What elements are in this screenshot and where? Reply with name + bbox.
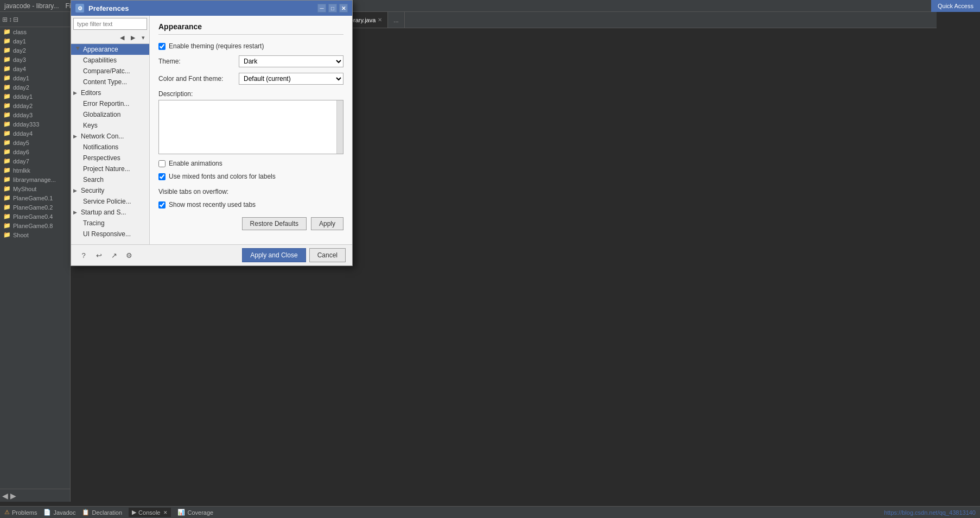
status-tab-coverage[interactable]: 📊 Coverage: [177, 509, 213, 516]
nav-item-search[interactable]: Search: [71, 174, 149, 185]
export-icon[interactable]: ↗: [108, 249, 120, 261]
color-font-row: Color and Font theme: Default (current): [158, 73, 343, 85]
sidebar-item-day3[interactable]: 📁 day3: [0, 55, 70, 64]
restore-workspace-icon[interactable]: ↩: [93, 249, 105, 261]
sidebar-item-planegame04[interactable]: 📁 PlaneGame0.4: [0, 212, 70, 221]
sidebar-item-librarymanage[interactable]: 📁 librarymanage...: [0, 175, 70, 184]
description-scrollbar[interactable]: [336, 100, 343, 154]
sidebar-item-class[interactable]: 📁 class: [0, 27, 70, 36]
sidebar-item-ddday3[interactable]: 📁 ddday3: [0, 110, 70, 119]
nav-item-globalization[interactable]: Globalization: [71, 109, 149, 120]
dialog-search-input[interactable]: [73, 18, 147, 30]
sidebar-icon2[interactable]: ↕: [9, 16, 12, 23]
sidebar-item-planegame01[interactable]: 📁 PlaneGame0.1: [0, 193, 70, 203]
help-icon[interactable]: ?: [78, 249, 90, 261]
sidebar-nav-right[interactable]: ▶: [10, 491, 16, 500]
sidebar-item-myshout[interactable]: 📁 MyShout: [0, 184, 70, 193]
dialog-footer: ? ↩ ↗ ⚙ Apply and Close Cancel: [71, 244, 352, 266]
dialog-nav: ◀ ▶ ▾ ▶ Appearance Capabilities Compare/…: [71, 16, 150, 244]
sidebar-item-ddday2[interactable]: 📁 ddday2: [0, 101, 70, 110]
color-font-label: Color and Font theme:: [158, 75, 234, 83]
sidebar-item-htmlkk[interactable]: 📁 htmlkk: [0, 166, 70, 175]
nav-item-compare[interactable]: Compare/Patc...: [71, 66, 149, 77]
nav-arrow-icon: ▶: [75, 47, 81, 52]
sidebar-item-dday7[interactable]: 📁 dday7: [0, 156, 70, 166]
folder-icon: 📁: [3, 213, 11, 220]
sidebar-item-day2[interactable]: 📁 day2: [0, 46, 70, 55]
enable-animations-row: Enable animations: [158, 160, 343, 167]
settings-icon[interactable]: ⚙: [123, 249, 135, 261]
cancel-button[interactable]: Cancel: [309, 248, 346, 262]
footer-icons: ? ↩ ↗ ⚙: [78, 249, 135, 261]
sidebar-item-day1[interactable]: 📁 day1: [0, 36, 70, 46]
nav-item-security[interactable]: ▶ Security: [71, 185, 149, 196]
nav-item-capabilities[interactable]: Capabilities: [71, 55, 149, 66]
description-section: Description:: [158, 90, 343, 154]
nav-item-error[interactable]: Error Reportin...: [71, 98, 149, 109]
preferences-dialog: ⚙ Preferences ─ □ ✕ ◀ ▶ ▾: [71, 0, 353, 266]
maximize-button[interactable]: □: [328, 4, 337, 12]
console-close-icon[interactable]: ✕: [163, 510, 168, 515]
folder-icon: 📁: [3, 130, 11, 137]
color-font-select[interactable]: Default (current): [239, 73, 343, 85]
nav-scroll-area: ▶ Appearance Capabilities Compare/Patc..…: [71, 44, 149, 244]
nav-item-editors[interactable]: ▶ Editors: [71, 87, 149, 98]
status-bar: ⚠ Problems 📄 Javadoc 📋 Declaration ▶ Con…: [0, 506, 980, 518]
status-tab-problems[interactable]: ⚠ Problems: [4, 509, 37, 516]
nav-item-notifications[interactable]: Notifications: [71, 142, 149, 153]
sidebar-item-shoot[interactable]: 📁 Shoot: [0, 230, 70, 239]
apply-and-close-button[interactable]: Apply and Close: [242, 248, 306, 262]
folder-icon: 📁: [3, 139, 11, 146]
minimize-button[interactable]: ─: [317, 4, 326, 12]
show-recent-tabs-label: Show most recently used tabs: [169, 201, 256, 209]
nav-item-content-types[interactable]: Content Type...: [71, 77, 149, 87]
status-tab-console[interactable]: ▶ Console ✕: [129, 508, 171, 517]
quick-access-button[interactable]: Quick Access: [931, 0, 980, 12]
sidebar-item-dday1[interactable]: 📁 dday1: [0, 73, 70, 83]
nav-item-network[interactable]: ▶ Network Con...: [71, 131, 149, 142]
sidebar-nav-left[interactable]: ◀: [2, 491, 8, 500]
nav-back-arrow[interactable]: ◀: [118, 33, 126, 42]
nav-item-startup[interactable]: ▶ Startup and S...: [71, 207, 149, 218]
mixed-fonts-row: Use mixed fonts and colors for labels: [158, 173, 343, 180]
nav-arrow-icon: ▶: [73, 188, 79, 193]
tab-overflow[interactable]: ...: [388, 12, 404, 28]
sidebar-item-day4[interactable]: 📁 day4: [0, 64, 70, 73]
dialog-content-area: Appearance Enable theming (requires rest…: [150, 16, 352, 244]
status-tab-javadoc[interactable]: 📄 Javadoc: [43, 509, 75, 516]
nav-forward-arrow[interactable]: ▶: [129, 33, 137, 42]
status-tab-declaration[interactable]: 📋 Declaration: [82, 509, 122, 516]
status-url: https://blog.csdn.net/qq_43813140: [884, 509, 976, 516]
sidebar-icon3[interactable]: ⊟: [13, 16, 18, 23]
mixed-fonts-checkbox[interactable]: [158, 173, 166, 180]
show-recent-tabs-checkbox[interactable]: [158, 201, 166, 209]
folder-icon: 📁: [3, 65, 11, 72]
nav-item-project-nature[interactable]: Project Nature...: [71, 163, 149, 174]
nav-menu-arrow[interactable]: ▾: [139, 33, 147, 42]
sidebar-item-planegame08[interactable]: 📁 PlaneGame0.8: [0, 221, 70, 230]
nav-item-appearance[interactable]: ▶ Appearance: [71, 44, 149, 55]
tab-close-icon[interactable]: ✕: [378, 17, 382, 23]
visible-tabs-label: Visible tabs on overflow:: [158, 188, 343, 195]
close-button[interactable]: ✕: [339, 4, 348, 12]
nav-item-keys[interactable]: Keys: [71, 120, 149, 131]
nav-item-perspectives[interactable]: Perspectives: [71, 153, 149, 163]
sidebar-item-dday5[interactable]: 📁 dday5: [0, 138, 70, 147]
sidebar-item-dday2[interactable]: 📁 dday2: [0, 83, 70, 92]
folder-icon: 📁: [3, 74, 11, 81]
sidebar-item-ddday1[interactable]: 📁 ddday1: [0, 92, 70, 101]
apply-button[interactable]: Apply: [311, 217, 343, 230]
enable-animations-checkbox[interactable]: [158, 160, 166, 167]
nav-item-service-policies[interactable]: Service Policie...: [71, 196, 149, 207]
nav-item-ui-responsive[interactable]: UI Responsive...: [71, 229, 149, 239]
sidebar-item-ddday333[interactable]: 📁 ddday333: [0, 119, 70, 129]
folder-icon: 📁: [3, 37, 11, 45]
sidebar-icon1[interactable]: ⊞: [2, 16, 8, 23]
enable-theming-checkbox[interactable]: [158, 43, 166, 50]
sidebar-item-ddday4[interactable]: 📁 ddday4: [0, 129, 70, 138]
sidebar-item-dday6[interactable]: 📁 dday6: [0, 147, 70, 156]
nav-item-tracing[interactable]: Tracing: [71, 218, 149, 229]
sidebar-item-planegame02[interactable]: 📁 PlaneGame0.2: [0, 203, 70, 212]
restore-defaults-button[interactable]: Restore Defaults: [242, 217, 307, 230]
theme-select[interactable]: Dark: [239, 55, 343, 67]
